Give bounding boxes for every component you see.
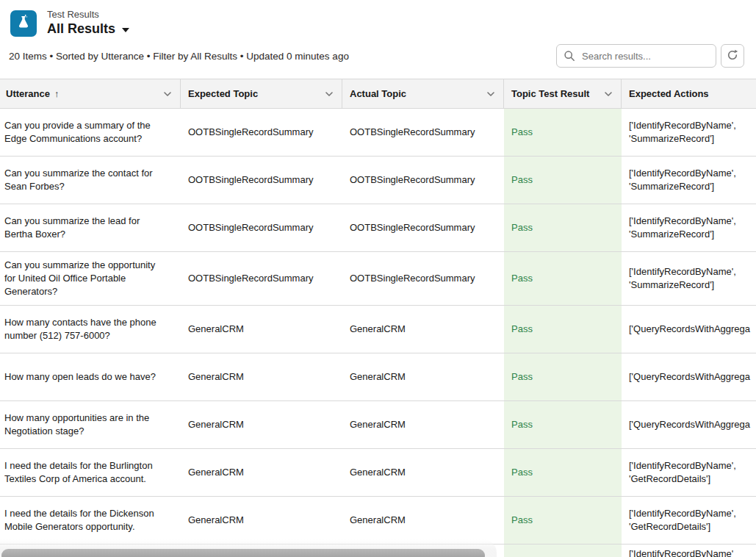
- expected-actions-text: ['IdentifyRecordByName': [629, 547, 733, 557]
- search-box: [556, 44, 716, 68]
- utterance-cell: How many opportunities are in the Negoti…: [0, 401, 181, 448]
- result-cell: Pass: [504, 497, 622, 544]
- table-row[interactable]: Can you summarize the opportunity for Un…: [0, 252, 756, 306]
- list-view-name: All Results: [47, 21, 115, 37]
- expected-actions-cell: ['IdentifyRecordByName', 'SummarizeRecor…: [622, 109, 756, 156]
- utterance-cell: How many contacts have the phone number …: [0, 306, 181, 353]
- result-cell: Pass: [504, 401, 622, 448]
- dropdown-caret-icon: [122, 28, 129, 32]
- result-cell: [504, 545, 622, 557]
- table-row[interactable]: I need the details for the Dickenson Mob…: [0, 497, 756, 545]
- chevron-down-icon[interactable]: [156, 89, 173, 99]
- column-header-actual-topic[interactable]: Actual Topic: [342, 79, 504, 108]
- table-row[interactable]: How many open leads do we have? GeneralC…: [0, 353, 756, 401]
- expected-topic-cell: GeneralCRM: [181, 449, 342, 496]
- table-body: Can you provide a summary of the Edge Co…: [0, 109, 756, 557]
- expected-actions-text: ['IdentifyRecordByName', 'SummarizeRecor…: [629, 167, 756, 193]
- expected-actions-cell: ['IdentifyRecordByName', 'SummarizeRecor…: [622, 157, 756, 204]
- expected-actions-text: ['QueryRecordsWithAggrega: [629, 370, 750, 384]
- expected-actions-cell: ['QueryRecordsWithAggrega: [622, 401, 756, 448]
- expected-actions-cell: ['QueryRecordsWithAggrega: [622, 353, 756, 400]
- expected-topic-cell: OOTBSingleRecordSummary: [181, 109, 342, 156]
- column-header-expected-topic[interactable]: Expected Topic: [181, 79, 342, 108]
- refresh-icon: [727, 49, 738, 63]
- expected-actions-cell: ['QueryRecordsWithAggrega: [622, 306, 756, 353]
- column-label: Expected Topic: [188, 88, 258, 99]
- refresh-button[interactable]: [721, 44, 744, 68]
- expected-actions-text: ['IdentifyRecordByName', 'SummarizeRecor…: [629, 265, 756, 292]
- list-toolbar: 20 Items • Sorted by Utterance • Filter …: [0, 44, 756, 68]
- result-cell: Pass: [504, 157, 622, 204]
- column-label: Expected Actions: [629, 88, 709, 99]
- expected-actions-text: ['IdentifyRecordByName', 'SummarizeRecor…: [629, 215, 756, 241]
- expected-actions-cell: ['IdentifyRecordByName', 'GetRecordDetai…: [622, 497, 756, 544]
- chevron-down-icon[interactable]: [318, 89, 334, 99]
- column-header-topic-test-result[interactable]: Topic Test Result: [504, 79, 622, 108]
- expected-topic-cell: GeneralCRM: [181, 497, 342, 544]
- sort-ascending-icon: ↑: [54, 88, 60, 99]
- result-cell: Pass: [504, 449, 622, 496]
- expected-actions-cell: ['IdentifyRecordByName': [622, 545, 756, 557]
- result-cell: Pass: [504, 306, 622, 353]
- actual-topic-cell: GeneralCRM: [342, 401, 504, 448]
- expected-actions-text: ['QueryRecordsWithAggrega: [629, 323, 750, 336]
- chevron-down-icon[interactable]: [597, 89, 613, 99]
- table-row[interactable]: Can you summarize the contact for Sean F…: [0, 157, 756, 204]
- utterance-cell: Can you summarize the lead for Bertha Bo…: [0, 204, 181, 251]
- expected-actions-cell: ['IdentifyRecordByName', 'GetRecordDetai…: [622, 449, 756, 496]
- table-row[interactable]: How many opportunities are in the Negoti…: [0, 401, 756, 449]
- result-cell: Pass: [504, 204, 622, 251]
- test-results-object-icon-tile: [10, 10, 37, 37]
- expected-actions-text: ['IdentifyRecordByName', 'SummarizeRecor…: [629, 119, 756, 145]
- table-row[interactable]: Can you provide a summary of the Edge Co…: [0, 109, 756, 157]
- actual-topic-cell: GeneralCRM: [342, 353, 504, 400]
- column-header-utterance[interactable]: Utterance ↑: [0, 79, 181, 108]
- actual-topic-cell: GeneralCRM: [342, 497, 504, 544]
- column-label: Topic Test Result: [511, 88, 589, 99]
- expected-actions-text: ['QueryRecordsWithAggrega: [629, 418, 750, 431]
- utterance-cell: Can you summarize the opportunity for Un…: [0, 252, 181, 305]
- column-label: Actual Topic: [350, 88, 406, 99]
- expected-topic-cell: OOTBSingleRecordSummary: [181, 204, 342, 251]
- result-cell: Pass: [504, 252, 622, 305]
- expected-actions-text: ['IdentifyRecordByName', 'GetRecordDetai…: [629, 507, 756, 533]
- result-cell: Pass: [504, 353, 622, 400]
- column-label: Utterance: [6, 88, 50, 99]
- title-block: Test Results All Results: [47, 9, 129, 37]
- table-header-row: Utterance ↑ Expected Topic Actual Topic: [0, 79, 756, 109]
- toolbar-controls: [556, 44, 744, 68]
- column-header-expected-actions[interactable]: Expected Actions: [622, 79, 756, 108]
- actual-topic-cell: GeneralCRM: [342, 306, 504, 353]
- expected-topic-cell: GeneralCRM: [181, 306, 342, 353]
- expected-topic-cell: GeneralCRM: [181, 401, 342, 448]
- expected-topic-cell: GeneralCRM: [181, 353, 342, 400]
- expected-actions-cell: ['IdentifyRecordByName', 'SummarizeRecor…: [622, 204, 756, 251]
- table-row[interactable]: I need the details for the Burlington Te…: [0, 449, 756, 497]
- utterance-cell: I need the details for the Dickenson Mob…: [0, 497, 181, 544]
- search-input[interactable]: [556, 44, 716, 68]
- actual-topic-cell: GeneralCRM: [342, 449, 504, 496]
- list-view-selector[interactable]: All Results: [47, 21, 129, 37]
- expected-actions-text: ['IdentifyRecordByName', 'GetRecordDetai…: [629, 459, 756, 486]
- actual-topic-cell: OOTBSingleRecordSummary: [342, 204, 504, 251]
- utterance-cell: Can you provide a summary of the Edge Co…: [0, 109, 181, 156]
- utterance-cell: I need the details for the Burlington Te…: [0, 449, 181, 496]
- expected-topic-cell: OOTBSingleRecordSummary: [181, 252, 342, 305]
- actual-topic-cell: OOTBSingleRecordSummary: [342, 252, 504, 305]
- horizontal-scrollbar-thumb[interactable]: [1, 549, 485, 557]
- actual-topic-cell: OOTBSingleRecordSummary: [342, 109, 504, 156]
- chevron-down-icon[interactable]: [480, 89, 496, 99]
- table-row[interactable]: Can you summarize the lead for Bertha Bo…: [0, 204, 756, 252]
- entity-label: Test Results: [47, 9, 129, 20]
- utterance-cell: How many open leads do we have?: [0, 353, 181, 400]
- utterance-cell: Can you summarize the contact for Sean F…: [0, 157, 181, 204]
- expected-actions-cell: ['IdentifyRecordByName', 'SummarizeRecor…: [622, 252, 756, 305]
- list-summary: 20 Items • Sorted by Utterance • Filter …: [9, 51, 349, 62]
- expected-topic-cell: OOTBSingleRecordSummary: [181, 157, 342, 204]
- page-header: Test Results All Results: [0, 0, 756, 37]
- actual-topic-cell: OOTBSingleRecordSummary: [342, 157, 504, 204]
- flask-icon: [15, 14, 32, 33]
- app-window: Test Results All Results 20 Items • Sort…: [0, 0, 756, 557]
- results-table: Utterance ↑ Expected Topic Actual Topic: [0, 79, 756, 557]
- table-row[interactable]: How many contacts have the phone number …: [0, 306, 756, 353]
